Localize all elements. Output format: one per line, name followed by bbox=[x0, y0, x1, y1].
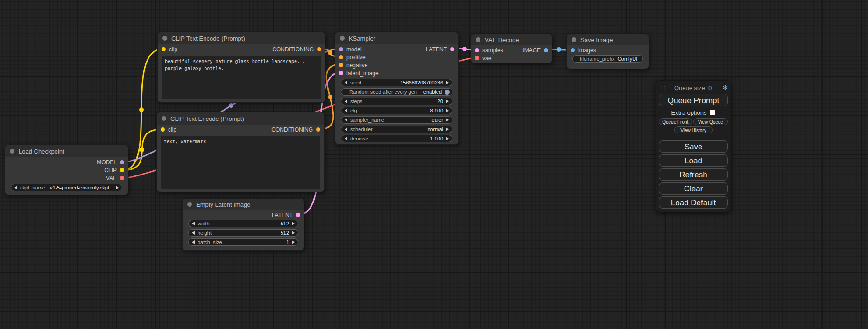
increment-arrow-icon[interactable] bbox=[292, 222, 295, 225]
output-image[interactable]: IMAGE bbox=[510, 46, 552, 54]
toggle-knob-icon[interactable] bbox=[445, 90, 450, 95]
node-title-bar[interactable]: CLIP Text Encode (Prompt) bbox=[158, 32, 325, 44]
random-seed-toggle-widget[interactable]: Random seed after every gen enabled bbox=[341, 88, 452, 96]
vae-socket-icon[interactable] bbox=[475, 56, 479, 60]
batch-size-widget[interactable]: batch_size 1 bbox=[188, 238, 298, 246]
view-history-button[interactable]: View History bbox=[674, 126, 713, 133]
input-positive[interactable]: positive bbox=[335, 53, 458, 61]
refresh-button[interactable]: Refresh bbox=[659, 168, 728, 181]
denoise-widget[interactable]: denoise 1.000 bbox=[341, 135, 452, 142]
input-clip[interactable]: clip bbox=[162, 46, 177, 53]
clear-button[interactable]: Clear bbox=[659, 182, 728, 195]
decrement-arrow-icon[interactable] bbox=[345, 81, 347, 84]
input-latent-image[interactable]: latent_image bbox=[335, 69, 458, 77]
output-model[interactable]: MODEL bbox=[5, 158, 128, 166]
decrement-arrow-icon[interactable] bbox=[345, 127, 347, 131]
collapse-dot-icon[interactable] bbox=[476, 37, 480, 42]
increment-arrow-icon[interactable] bbox=[446, 109, 449, 112]
node-empty-latent-image[interactable]: Empty Latent Image LATENT width 512 heig… bbox=[182, 198, 304, 251]
image-socket-icon[interactable] bbox=[544, 48, 548, 52]
image-socket-icon[interactable] bbox=[571, 48, 575, 52]
latent-socket-icon[interactable] bbox=[475, 48, 479, 52]
collapse-dot-icon[interactable] bbox=[340, 36, 345, 41]
load-button[interactable]: Load bbox=[659, 154, 728, 167]
node-vae-decode[interactable]: VAE Decode IMAGE samples vae bbox=[471, 34, 552, 63]
increment-arrow-icon[interactable] bbox=[446, 137, 449, 140]
output-conditioning[interactable]: CONDITIONING bbox=[271, 126, 320, 133]
clip-socket-icon[interactable] bbox=[120, 168, 124, 172]
node-ksampler[interactable]: KSampler LATENT model positive negative … bbox=[335, 32, 459, 145]
collapse-dot-icon[interactable] bbox=[162, 116, 166, 121]
node-title-bar[interactable]: Load Checkpoint bbox=[5, 145, 128, 157]
conditioning-socket-icon[interactable] bbox=[316, 127, 320, 132]
increment-arrow-icon[interactable] bbox=[292, 240, 295, 244]
vae-socket-icon[interactable] bbox=[120, 176, 124, 180]
latent-socket-icon[interactable] bbox=[339, 71, 343, 75]
node-clip-text-encode-positive[interactable]: CLIP Text Encode (Prompt) clip CONDITION… bbox=[157, 32, 325, 103]
model-socket-icon[interactable] bbox=[120, 160, 124, 164]
decrement-arrow-icon[interactable] bbox=[345, 118, 347, 122]
latent-socket-icon[interactable] bbox=[450, 47, 454, 51]
load-default-button[interactable]: Load Default bbox=[659, 196, 728, 209]
model-socket-icon[interactable] bbox=[339, 47, 343, 51]
extra-options-checkbox[interactable] bbox=[710, 110, 715, 115]
node-title-bar[interactable]: Empty Latent Image bbox=[183, 199, 304, 210]
decrement-arrow-icon[interactable] bbox=[14, 186, 17, 189]
increment-arrow-icon[interactable] bbox=[446, 127, 449, 131]
node-graph-canvas[interactable]: Load Checkpoint MODEL CLIP VAE ckpt_name… bbox=[0, 0, 868, 329]
seed-widget[interactable]: seed 156680208700286 bbox=[341, 79, 452, 86]
clip-socket-icon[interactable] bbox=[162, 47, 166, 51]
input-images[interactable]: images bbox=[567, 46, 649, 54]
view-queue-button[interactable]: View Queue bbox=[693, 118, 728, 125]
increment-arrow-icon[interactable] bbox=[446, 99, 449, 103]
decrement-arrow-icon[interactable] bbox=[192, 231, 195, 235]
settings-gear-icon[interactable]: ✻ bbox=[720, 84, 728, 91]
node-save-image[interactable]: Save Image images filename_prefix ComfyU… bbox=[566, 34, 649, 69]
decrement-arrow-icon[interactable] bbox=[192, 222, 195, 225]
node-load-checkpoint[interactable]: Load Checkpoint MODEL CLIP VAE ckpt_name… bbox=[5, 145, 128, 195]
prompt-textarea[interactable]: text, watermark bbox=[161, 136, 320, 189]
queue-prompt-button[interactable]: Queue Prompt bbox=[659, 94, 728, 106]
ckpt-name-widget[interactable]: ckpt_name v1-5-pruned-emaonly.ckpt bbox=[11, 184, 122, 191]
collapse-dot-icon[interactable] bbox=[187, 202, 192, 207]
increment-arrow-icon[interactable] bbox=[116, 186, 119, 189]
output-latent[interactable]: LATENT bbox=[407, 45, 458, 53]
output-clip[interactable]: CLIP bbox=[5, 166, 128, 174]
output-conditioning[interactable]: CONDITIONING bbox=[272, 46, 321, 53]
decrement-arrow-icon[interactable] bbox=[345, 137, 347, 140]
width-widget[interactable]: width 512 bbox=[188, 220, 298, 227]
collapse-dot-icon[interactable] bbox=[162, 36, 167, 41]
decrement-arrow-icon[interactable] bbox=[192, 240, 195, 244]
latent-socket-icon[interactable] bbox=[296, 213, 300, 217]
clip-socket-icon[interactable] bbox=[161, 127, 165, 132]
output-vae[interactable]: VAE bbox=[5, 174, 128, 182]
increment-arrow-icon[interactable] bbox=[446, 118, 449, 122]
node-title-bar[interactable]: KSampler bbox=[335, 32, 458, 44]
queue-front-button[interactable]: Queue Front bbox=[659, 118, 692, 125]
sampler-name-widget[interactable]: sampler_name euler bbox=[341, 116, 452, 124]
input-vae[interactable]: vae bbox=[471, 54, 552, 62]
conditioning-socket-icon[interactable] bbox=[339, 63, 343, 67]
collapse-dot-icon[interactable] bbox=[572, 37, 576, 42]
height-widget[interactable]: height 512 bbox=[188, 229, 298, 237]
filename-prefix-widget[interactable]: filename_prefix ComfyUI bbox=[572, 55, 643, 63]
conditioning-socket-icon[interactable] bbox=[317, 47, 321, 51]
input-clip[interactable]: clip bbox=[161, 126, 176, 133]
conditioning-socket-icon[interactable] bbox=[339, 55, 343, 59]
increment-arrow-icon[interactable] bbox=[292, 231, 295, 235]
node-title-bar[interactable]: Save Image bbox=[567, 34, 649, 45]
node-title-bar[interactable]: VAE Decode bbox=[471, 34, 552, 45]
increment-arrow-icon[interactable] bbox=[446, 81, 449, 84]
input-negative[interactable]: negative bbox=[335, 61, 458, 69]
node-title-bar[interactable]: CLIP Text Encode (Prompt) bbox=[157, 112, 324, 125]
node-clip-text-encode-negative[interactable]: CLIP Text Encode (Prompt) clip CONDITION… bbox=[156, 112, 325, 192]
steps-widget[interactable]: steps 20 bbox=[341, 98, 452, 105]
prompt-textarea[interactable]: beautiful scenery nature glass bottle la… bbox=[162, 56, 321, 99]
decrement-arrow-icon[interactable] bbox=[345, 99, 347, 103]
scheduler-widget[interactable]: scheduler normal bbox=[341, 126, 452, 133]
cfg-widget[interactable]: cfg 8.000 bbox=[341, 107, 452, 114]
drag-handle-icon[interactable]: ⋮⋮ bbox=[659, 85, 665, 91]
decrement-arrow-icon[interactable] bbox=[345, 109, 347, 112]
save-button[interactable]: Save bbox=[659, 140, 728, 153]
collapse-dot-icon[interactable] bbox=[10, 149, 14, 154]
